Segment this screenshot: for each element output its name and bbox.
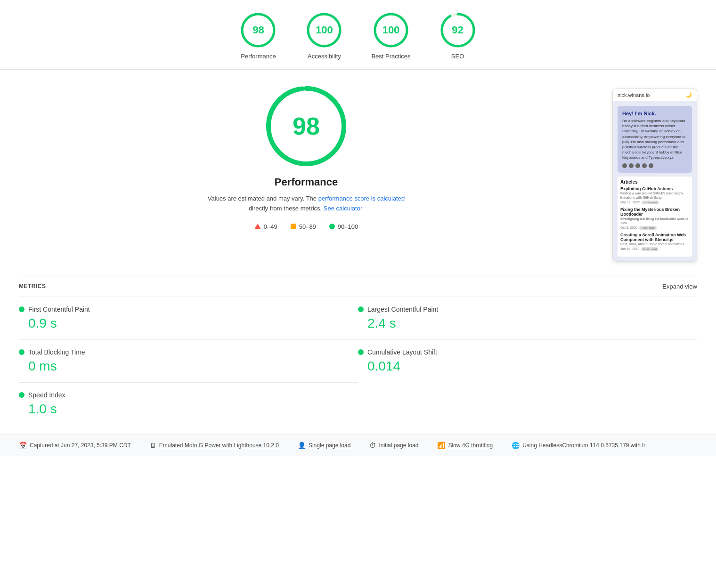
see-calc-link[interactable]: See calculator. <box>324 205 364 212</box>
footer-link-1[interactable]: Emulated Moto G Power with Lighthouse 10… <box>159 442 279 449</box>
metric-value-lcp: 2.4 s <box>358 316 697 331</box>
preview-content: Hey! I'm Nick. I'm a software engineer a… <box>613 101 697 261</box>
preview-article-date: Jun 19, 2019 <box>620 247 639 250</box>
preview-article-title: Exploiting GitHub Actions <box>620 186 689 191</box>
score-value-seo: 92 <box>452 24 463 36</box>
screenshot-preview: nick.winans.io 🌙 Hey! I'm Nick. I'm a so… <box>612 89 697 262</box>
scores-bar: 98 Performance 100 Accessibility 100 Bes… <box>0 0 716 70</box>
legend-fail-label: 0–49 <box>264 223 277 230</box>
preview-article-item: Exploiting GitHub Actions Finding a way … <box>620 186 689 204</box>
score-item-seo: 92 SEO <box>439 11 477 60</box>
preview-article-meta: Jun 19, 2019 6 min read <box>620 247 689 251</box>
main-content: 98 Performance Values are estimated and … <box>0 70 716 276</box>
performance-desc: Values are estimated and may vary. The p… <box>198 194 415 214</box>
footer-text-3: Initial page load <box>379 442 418 449</box>
preview-articles-list: Exploiting GitHub Actions Finding a way … <box>620 186 689 251</box>
footer-icon-2: 👤 <box>298 442 306 449</box>
preview-hero-text: I'm a software engineer and keyboard hob… <box>622 118 687 129</box>
score-value-best-practices: 100 <box>382 24 400 36</box>
preview-articles-title: Articles <box>620 179 689 185</box>
footer-icon-4: 📶 <box>437 442 445 449</box>
footer-item-4: 📶 Slow 4G throttling <box>437 442 493 449</box>
performance-title: Performance <box>275 176 338 188</box>
preview-article-title: Creating a Scroll Animation Web Componen… <box>620 233 689 242</box>
preview-linkedin-icon <box>635 163 640 168</box>
metrics-header: METRICS Expand view <box>19 276 697 297</box>
preview-hero-title: Hey! I'm Nick. <box>622 111 687 116</box>
footer-item-5: 🌐 Using HeadlessChromium 114.0.5735.179 … <box>512 442 645 449</box>
score-circle-accessibility: 100 <box>305 11 343 49</box>
metric-label-row-cls: Cumulative Layout Shift <box>358 348 697 356</box>
preview-article-date: Oct 3, 2020 <box>620 226 637 229</box>
preview-article-read: 1 min read <box>642 201 659 204</box>
preview-article-meta: Oct 3, 2020 7 min read <box>620 226 689 230</box>
preview-article-item: Fixing the Mysterious Broken Bootloader … <box>620 207 689 230</box>
metric-dot-tbt <box>19 349 24 355</box>
big-gauge: 98 <box>264 84 349 169</box>
footer-text-5: Using HeadlessChromium 114.0.5735.179 wi… <box>522 442 645 449</box>
legend-average-label: 50–89 <box>299 223 316 230</box>
score-item-accessibility: 100 Accessibility <box>305 11 343 60</box>
preview-article-title: Fixing the Mysterious Broken Bootloader <box>620 207 689 217</box>
footer-bar: 📅 Captured at Jun 27, 2023, 5:39 PM CDT … <box>0 435 716 456</box>
metric-dot-cls <box>358 349 364 355</box>
score-legend: 0–49 50–89 90–100 <box>254 223 358 230</box>
metric-label-row-fcp: First Contentful Paint <box>19 306 358 313</box>
footer-icon-0: 📅 <box>19 442 27 449</box>
average-icon <box>291 224 296 229</box>
preview-article-date: Mar 11, 2022 <box>620 201 640 204</box>
score-item-best-practices: 100 Best Practices <box>371 11 410 60</box>
legend-average: 50–89 <box>291 223 316 230</box>
footer-icon-1: 🖥 <box>150 442 156 449</box>
metrics-left-col: First Contentful Paint 0.9 s Total Block… <box>19 297 358 425</box>
footer-icon-3: ⏱ <box>369 442 376 449</box>
metrics-right-col: Largest Contentful Paint 2.4 s Cumulativ… <box>358 297 697 425</box>
footer-link-4[interactable]: Slow 4G throttling <box>448 442 493 449</box>
legend-pass: 90–100 <box>329 223 358 230</box>
score-label-performance: Performance <box>241 53 276 60</box>
preview-site-name: nick.winans.io <box>618 92 650 98</box>
preview-articles: Articles Exploiting GitHub Actions Findi… <box>618 177 692 257</box>
metric-label-row-tbt: Total Blocking Time <box>19 348 358 356</box>
legend-fail: 0–49 <box>254 223 277 230</box>
preview-article-desc: Finding a way around GitHub's build matr… <box>620 191 689 200</box>
preview-github-icon <box>622 163 627 168</box>
pass-icon <box>329 224 335 229</box>
preview-article-desc: Investigating and fixing the bootloader … <box>620 217 689 225</box>
metric-dot-fcp <box>19 306 24 312</box>
preview-article-desc: Fast, small, and reusable reveal animati… <box>620 242 689 246</box>
metric-label-row-si: Speed Index <box>19 391 358 399</box>
metric-label-cls: Cumulative Layout Shift <box>367 348 437 356</box>
expand-view-button[interactable]: Expand view <box>662 283 697 290</box>
preview-article-read: 7 min read <box>639 226 656 230</box>
preview-card: nick.winans.io 🌙 Hey! I'm Nick. I'm a so… <box>612 89 697 262</box>
metric-item-lcp: Largest Contentful Paint 2.4 s <box>358 297 697 340</box>
big-score-value: 98 <box>293 112 320 140</box>
perf-score-link[interactable]: performance score is calculated <box>318 195 405 202</box>
preview-twitter-icon <box>629 163 634 168</box>
footer-item-3: ⏱ Initial page load <box>369 442 418 449</box>
score-circle-seo: 92 <box>439 11 477 49</box>
metrics-grid: First Contentful Paint 0.9 s Total Block… <box>19 297 697 425</box>
metric-item-cls: Cumulative Layout Shift 0.014 <box>358 340 697 382</box>
score-circle-best-practices: 100 <box>372 11 410 49</box>
footer-link-2[interactable]: Single page load <box>309 442 350 449</box>
preview-article-meta: Mar 11, 2022 1 min read <box>620 201 689 204</box>
preview-article-item: Creating a Scroll Animation Web Componen… <box>620 233 689 251</box>
metrics-title: METRICS <box>19 283 46 290</box>
metric-item-si: Speed Index 1.0 s <box>19 383 358 425</box>
metric-dot-si <box>19 392 24 398</box>
score-label-seo: SEO <box>451 53 464 60</box>
legend-pass-label: 90–100 <box>338 223 358 230</box>
metric-dot-lcp <box>358 306 364 312</box>
metric-value-tbt: 0 ms <box>19 359 358 374</box>
metric-label-fcp: First Contentful Paint <box>28 306 90 313</box>
score-label-accessibility: Accessibility <box>308 53 341 60</box>
metric-item-fcp: First Contentful Paint 0.9 s <box>19 297 358 340</box>
fail-icon <box>254 224 261 229</box>
footer-text-0: Captured at Jun 27, 2023, 5:39 PM CDT <box>30 442 131 449</box>
metric-value-fcp: 0.9 s <box>19 316 358 331</box>
footer-icon-5: 🌐 <box>512 442 520 449</box>
footer-item-1: 🖥 Emulated Moto G Power with Lighthouse … <box>150 442 279 449</box>
preview-hero-sub: Currently, I'm working at Roblox on acce… <box>622 129 687 160</box>
